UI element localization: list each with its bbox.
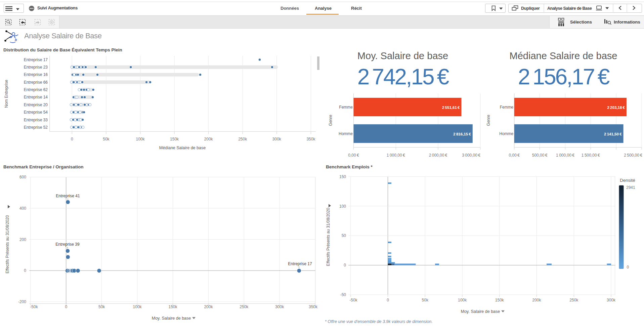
svg-text:B: B [15, 38, 17, 42]
svg-text:Entreprise 20: Entreprise 20 [24, 103, 48, 107]
svg-text:0,00 €: 0,00 € [509, 153, 520, 158]
svg-text:Effectifs Présents au 31/08/20: Effectifs Présents au 31/08/2020 [326, 208, 331, 266]
svg-text:Entreprise 66: Entreprise 66 [24, 80, 48, 85]
svg-text:* Offre une vue d'ensemble de: * Offre une vue d'ensemble de 3.9k valeu… [325, 319, 433, 324]
svg-text:Entreprise 16: Entreprise 16 [24, 72, 48, 77]
svg-text:Médiane Salaire de base: Médiane Salaire de base [159, 146, 206, 150]
svg-text:350k: 350k [309, 304, 318, 309]
svg-text:Entreprise 41: Entreprise 41 [56, 194, 80, 198]
svg-text:200k: 200k [204, 304, 213, 309]
svg-text:100: 100 [339, 204, 346, 209]
svg-text:Moy. Salaire de base: Moy. Salaire de base [461, 309, 500, 314]
svg-text:0: 0 [627, 265, 629, 270]
svg-text:100k: 100k [133, 304, 142, 309]
svg-text:0: 0 [24, 268, 26, 273]
svg-text:Entreprise 54: Entreprise 54 [24, 110, 48, 115]
svg-text:-200: -200 [18, 299, 26, 304]
svg-text:Genre: Genre [486, 115, 491, 126]
svg-text:Entreprise 14: Entreprise 14 [24, 95, 48, 99]
svg-text:Effectifs Présents au 31/08/20: Effectifs Présents au 31/08/2020 [5, 215, 10, 274]
svg-text:-50: -50 [340, 292, 346, 297]
svg-text:Homme: Homme [499, 131, 513, 136]
svg-text:2 141,50 €: 2 141,50 € [604, 132, 622, 136]
svg-text:0: 0 [71, 137, 73, 141]
svg-text:100k: 100k [458, 298, 467, 302]
svg-text:1 500,00 €: 1 500,00 € [582, 153, 600, 158]
svg-text:Analyse Salaire de Base: Analyse Salaire de Base [24, 32, 102, 40]
svg-text:Entreprise 52: Entreprise 52 [24, 125, 48, 130]
svg-text:Benchmark Entreprise / Organis: Benchmark Entreprise / Organisation [3, 164, 84, 169]
svg-text:Entreprise 17: Entreprise 17 [24, 57, 48, 62]
svg-text:2 000,00 €: 2 000,00 € [429, 153, 447, 158]
svg-text:150: 150 [339, 174, 346, 179]
svg-text:Entreprise 33: Entreprise 33 [24, 118, 48, 122]
svg-text:2941: 2941 [626, 185, 635, 190]
svg-text:Entreprise 23: Entreprise 23 [24, 65, 48, 70]
svg-text:2 156,17 €: 2 156,17 € [518, 64, 610, 89]
svg-text:600: 600 [19, 175, 26, 179]
svg-text:300k: 300k [275, 304, 284, 309]
svg-text:100k: 100k [136, 137, 145, 141]
svg-text:Densité: Densité [620, 178, 635, 183]
svg-text:1 000,00 €: 1 000,00 € [387, 153, 405, 158]
svg-text:2 551,61 €: 2 551,61 € [442, 106, 460, 110]
svg-text:3 000,00 €: 3 000,00 € [462, 153, 480, 158]
svg-text:50: 50 [342, 233, 346, 238]
svg-text:0: 0 [65, 304, 67, 309]
svg-text:Femme: Femme [339, 105, 353, 110]
svg-text:Moy. Salaire de base: Moy. Salaire de base [152, 316, 191, 321]
svg-text:Entreprise 17: Entreprise 17 [288, 261, 312, 266]
svg-text:200: 200 [19, 237, 26, 242]
svg-text:-50k: -50k [30, 304, 38, 309]
svg-text:Entreprise 39: Entreprise 39 [55, 242, 80, 247]
svg-text:250k: 250k [240, 304, 249, 309]
svg-text:Femme: Femme [500, 105, 514, 110]
svg-text:50k: 50k [98, 304, 105, 309]
svg-text:150k: 150k [168, 304, 177, 309]
svg-text:250k: 250k [238, 137, 247, 141]
svg-text:0: 0 [387, 298, 389, 302]
svg-text:250k: 250k [569, 298, 578, 302]
svg-text:1 000,00 €: 1 000,00 € [556, 153, 574, 158]
svg-text:500,00 €: 500,00 € [532, 153, 548, 158]
svg-text:200k: 200k [532, 298, 541, 302]
svg-text:300k: 300k [607, 298, 616, 302]
svg-text:200k: 200k [204, 137, 213, 141]
svg-text:150k: 150k [495, 298, 504, 302]
svg-text:2 816,15 €: 2 816,15 € [453, 132, 471, 136]
svg-text:2 742,15 €: 2 742,15 € [357, 64, 449, 89]
svg-text:-50k: -50k [349, 298, 357, 302]
svg-text:150k: 150k [170, 137, 179, 141]
svg-text:400: 400 [19, 206, 26, 211]
svg-text:Nom Entreprise: Nom Entreprise [4, 80, 9, 108]
svg-text:Benchmark Emplois *: Benchmark Emplois * [326, 164, 373, 169]
svg-text:50k: 50k [103, 137, 110, 141]
svg-text:Moy. Salaire de base: Moy. Salaire de base [357, 50, 448, 61]
svg-text:Distribution du Salaire de Bas: Distribution du Salaire de Base Équivale… [3, 47, 122, 52]
svg-text:350k: 350k [306, 137, 315, 141]
svg-text:50k: 50k [422, 298, 429, 302]
svg-text:0: 0 [344, 263, 346, 268]
svg-text:Homme: Homme [339, 131, 353, 136]
svg-text:2 500,00 €: 2 500,00 € [624, 153, 642, 158]
svg-text:Genre: Genre [328, 115, 333, 126]
svg-text:0,00 €: 0,00 € [348, 153, 359, 158]
svg-text:300k: 300k [272, 137, 282, 141]
svg-text:Médiane Salaire de base: Médiane Salaire de base [510, 50, 617, 61]
svg-text:2 203,18 €: 2 203,18 € [607, 106, 625, 110]
svg-text:Entreprise 62: Entreprise 62 [24, 87, 48, 92]
